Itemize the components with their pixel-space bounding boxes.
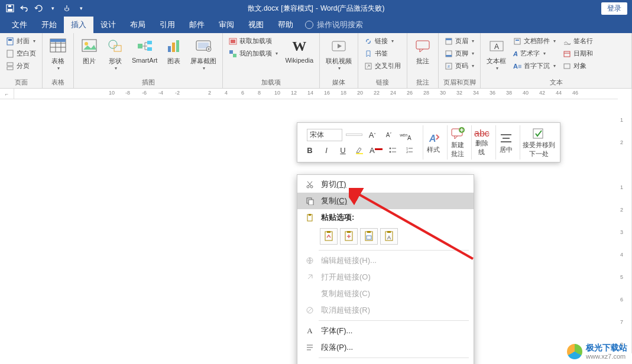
mini-new-comment[interactable]: 新建批注 — [447, 125, 468, 160]
shapes-button[interactable]: 形状▾ — [103, 35, 127, 72]
dropcap-button[interactable]: A≡首字下沉▾ — [511, 60, 558, 72]
bold-icon[interactable]: B — [303, 144, 316, 157]
paste-text-only[interactable]: A — [380, 228, 398, 245]
tab-layout[interactable]: 布局 — [123, 17, 153, 33]
svg-point-65 — [307, 186, 309, 188]
context-menu: 剪切(T) 复制(C) 粘贴选项: A 编辑超链接(H)... 打开超链接(O)… — [297, 174, 474, 364]
mini-font-size[interactable] — [346, 134, 362, 136]
paste-merge[interactable] — [340, 228, 358, 245]
svg-rect-29 — [229, 50, 233, 54]
footer-button[interactable]: 页脚▾ — [442, 48, 477, 59]
cm-copy-hyperlink: 复制超链接(C) — [297, 285, 474, 302]
tab-view[interactable]: 视图 — [241, 17, 271, 33]
tell-me-search[interactable]: 操作说明搜索 — [305, 20, 363, 30]
ribbon-group-addins: 获取加载项 我的加载项▾ WWikipedia 加载项 — [223, 33, 320, 88]
my-addins-button[interactable]: 我的加载项▾ — [226, 48, 280, 59]
group-label-illustrations: 插图 — [77, 77, 219, 87]
pictures-button[interactable]: 图片 — [77, 35, 101, 67]
online-video-button[interactable]: 联机视频▾ — [323, 35, 354, 72]
cm-copy[interactable]: 复制(C) — [297, 193, 474, 209]
svg-rect-48 — [356, 153, 363, 154]
ribbon-group-headerfooter: 页眉▾ 页脚▾ #页码▾ 页眉和页脚 — [439, 33, 481, 88]
bullets-icon[interactable] — [386, 144, 399, 157]
paste-picture[interactable] — [360, 228, 378, 245]
blank-page-button[interactable]: 空白页 — [4, 48, 38, 59]
comment-button[interactable]: 批注 — [411, 35, 435, 67]
group-label-pages: 页面 — [4, 77, 38, 87]
svg-rect-49 — [375, 148, 383, 150]
get-addins-button[interactable]: 获取加载项 — [226, 35, 280, 47]
crossref-button[interactable]: 交叉引用 — [362, 60, 403, 72]
mini-font-name[interactable]: 宋体 — [307, 129, 342, 141]
svg-point-50 — [390, 148, 391, 150]
ribbon-group-tables: 表格▾ 表格 — [43, 33, 74, 88]
tab-help[interactable]: 帮助 — [271, 17, 300, 33]
picture-icon — [80, 37, 99, 56]
svg-text:A: A — [494, 43, 499, 51]
wikipedia-button[interactable]: WWikipedia — [283, 35, 316, 65]
redo-icon[interactable] — [33, 3, 44, 14]
bookmark-button[interactable]: 书签 — [362, 48, 403, 59]
svg-rect-6 — [7, 63, 13, 66]
touch-mode-icon[interactable] — [61, 3, 72, 14]
page-break-button[interactable]: 分页 — [4, 60, 38, 72]
mini-center[interactable]: 居中 — [495, 125, 516, 160]
object-button[interactable]: 对象 — [560, 60, 595, 72]
svg-line-83 — [307, 308, 312, 313]
sigline-button[interactable]: 签名行 — [560, 35, 595, 47]
quickparts-button[interactable]: 文档部件▾ — [511, 35, 558, 47]
group-label-tables: 表格 — [46, 77, 70, 87]
svg-rect-1 — [8, 9, 12, 11]
italic-icon[interactable]: I — [320, 144, 333, 157]
shapes-icon — [106, 37, 125, 56]
table-button[interactable]: 表格▾ — [46, 35, 70, 72]
font-icon: A — [304, 326, 315, 336]
smartart-button[interactable]: SmartArt — [129, 35, 160, 65]
svg-text:2: 2 — [406, 150, 409, 154]
cm-font[interactable]: A 字体(F)... — [297, 323, 474, 339]
highlight-icon[interactable] — [353, 144, 366, 157]
svg-text:A: A — [429, 134, 436, 144]
login-button[interactable]: 登录 — [601, 2, 627, 15]
qat-dropdown-icon[interactable]: ▾ — [47, 3, 58, 14]
cm-cut[interactable]: 剪切(T) — [297, 176, 474, 193]
strikethrough-icon: abc — [474, 128, 490, 139]
tab-insert[interactable]: 插入 — [64, 17, 93, 33]
mini-strikethrough[interactable]: abc 删除线 — [471, 125, 492, 160]
undo-icon[interactable] — [19, 3, 30, 14]
paragraph-icon — [304, 343, 315, 352]
wordart-button[interactable]: A艺术字▾ — [511, 48, 558, 59]
mini-accept-next[interactable]: 接受并移到下一处 — [520, 125, 558, 160]
paste-keep-source[interactable] — [320, 228, 338, 245]
tab-mailings[interactable]: 邮件 — [182, 17, 212, 33]
watermark: 极光下载站 www.xz7.com — [567, 343, 627, 360]
tab-home[interactable]: 开始 — [34, 17, 64, 33]
font-color-icon[interactable]: A — [370, 144, 383, 157]
chart-button[interactable]: 图表 — [162, 35, 186, 67]
save-icon[interactable] — [5, 3, 15, 14]
ribbon-group-comments: 批注 批注 — [407, 33, 439, 88]
tab-references[interactable]: 引用 — [153, 17, 182, 33]
header-button[interactable]: 页眉▾ — [442, 35, 477, 47]
datetime-button[interactable]: 日期和 — [560, 48, 595, 59]
numbering-icon[interactable]: 12 — [403, 144, 416, 157]
grow-font-icon[interactable]: A˄ — [366, 128, 379, 141]
svg-rect-70 — [309, 214, 311, 216]
cm-paragraph[interactable]: 段落(P)... — [297, 339, 474, 356]
watermark-name: 极光下载站 — [586, 343, 627, 353]
mini-styles[interactable]: A 样式 — [423, 125, 443, 160]
cm-insert-symbol[interactable]: 插入符号(S) ▶ — [297, 360, 474, 364]
pagenum-button[interactable]: #页码▾ — [442, 60, 477, 72]
screenshot-button[interactable]: 屏幕截图▾ — [188, 35, 219, 72]
tab-design[interactable]: 设计 — [93, 17, 123, 33]
underline-icon[interactable]: U — [336, 144, 349, 157]
link-button[interactable]: 链接▾ — [362, 35, 403, 47]
phonetic-guide-icon[interactable]: wénA — [399, 128, 412, 141]
qat-more-icon[interactable]: ▾ — [76, 3, 86, 14]
tab-file[interactable]: 文件 — [5, 17, 34, 33]
cover-page-button[interactable]: 封面▾ — [4, 35, 38, 47]
textbox-button[interactable]: A文本框▾ — [484, 35, 508, 72]
align-center-icon — [498, 131, 514, 145]
shrink-font-icon[interactable]: A˅ — [383, 128, 396, 141]
tab-review[interactable]: 审阅 — [212, 17, 241, 33]
